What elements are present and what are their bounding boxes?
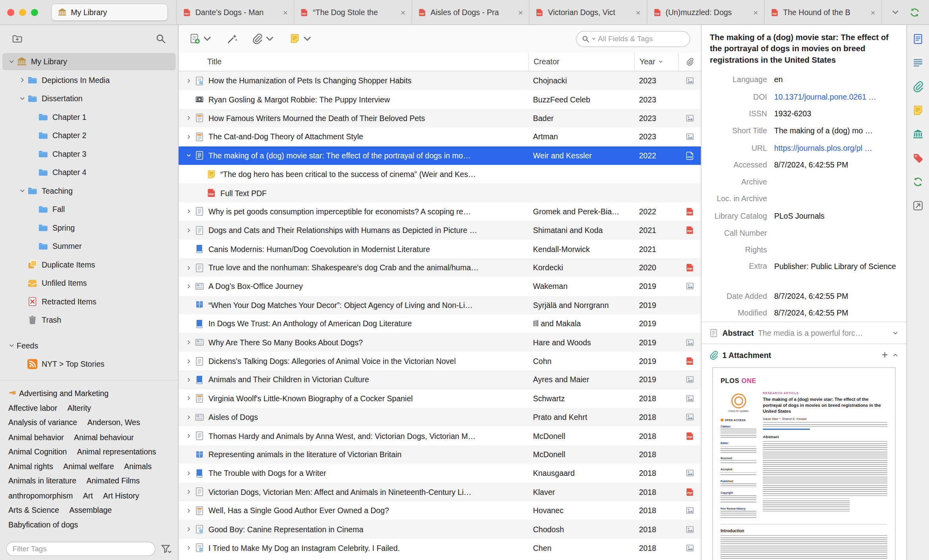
expand-twisty-icon[interactable] bbox=[183, 225, 194, 235]
field-library-catalog[interactable]: Library CatalogPLoS Journals bbox=[709, 207, 899, 224]
attachment-preview[interactable]: PLOS ONE Check for updates OPEN ACCESS C… bbox=[702, 366, 906, 560]
chevron-down-icon[interactable] bbox=[892, 330, 899, 337]
info-pane-tab[interactable] bbox=[912, 33, 924, 45]
field-value[interactable]: en bbox=[774, 75, 899, 84]
item-row[interactable]: How Famous Writers Mourned the Death of … bbox=[179, 109, 701, 127]
tag-advertising-and-marketing[interactable]: Advertising and Marketing bbox=[8, 387, 108, 401]
notes-pane-tab[interactable] bbox=[912, 105, 924, 116]
collection-duplicate-items[interactable]: Duplicate Items bbox=[0, 256, 178, 274]
tabs-menu-chevron-icon[interactable] bbox=[891, 8, 900, 17]
close-tab-icon[interactable]: × bbox=[871, 8, 875, 16]
tab-my-library[interactable]: My Library bbox=[51, 4, 168, 21]
item-row[interactable]: I Tried to Make My Dog an Instagram Cele… bbox=[179, 539, 701, 557]
add-by-identifier-button[interactable] bbox=[227, 33, 238, 44]
expand-twisty-icon[interactable] bbox=[183, 76, 194, 86]
tag-filter-options-icon[interactable] bbox=[160, 543, 172, 555]
close-tab-icon[interactable]: × bbox=[636, 8, 640, 16]
field-value[interactable]: The making of a (dog) mo … bbox=[774, 126, 899, 135]
field-value[interactable]: Publisher: Public Library of Science bbox=[774, 262, 899, 273]
expand-twisty-icon[interactable] bbox=[183, 394, 194, 403]
tag-anderson-wes[interactable]: Anderson, Wes bbox=[87, 416, 140, 430]
reader-tab-the-hound-of-the-b[interactable]: PDFThe Hound of the B× bbox=[764, 0, 882, 25]
expand-twisty-icon[interactable] bbox=[183, 132, 194, 142]
tag-assemblage[interactable]: Assemblage bbox=[69, 503, 112, 518]
item-row[interactable]: Dogs and Cats and Their Relationships wi… bbox=[179, 221, 701, 240]
related-pane-tab[interactable] bbox=[912, 176, 924, 188]
tag-animal-rights[interactable]: Animal rights bbox=[8, 459, 53, 474]
new-note-button[interactable] bbox=[289, 33, 313, 44]
collection-depictions-in-media[interactable]: Depictions In Media bbox=[0, 71, 178, 90]
expand-twisty-icon[interactable] bbox=[183, 263, 194, 272]
reader-tab-dante-s-dogs-man[interactable]: PDFDante’s Dogs - Man× bbox=[176, 0, 294, 25]
items-search-field[interactable] bbox=[576, 31, 690, 47]
tags-pane-tab[interactable] bbox=[912, 152, 924, 164]
tag-animal-behaviour[interactable]: Animal behaviour bbox=[74, 430, 134, 445]
collection-fall[interactable]: Fall bbox=[0, 200, 178, 219]
tag-alterity[interactable]: Alterity bbox=[67, 401, 91, 416]
expand-twisty-icon[interactable] bbox=[183, 338, 194, 347]
item-row[interactable]: A Dog’s Box-Office JourneyWakeman2019 bbox=[179, 277, 701, 296]
item-row[interactable]: Victorian Dogs, Victorian Men: Affect an… bbox=[179, 483, 701, 501]
add-attachment-button[interactable] bbox=[252, 33, 276, 44]
field-modified[interactable]: Modified8/7/2024, 6:42:55 PM bbox=[709, 304, 899, 321]
field-date-added[interactable]: Date Added8/7/2024, 6:42:55 PM bbox=[709, 288, 899, 305]
minimize-window-button[interactable] bbox=[19, 9, 26, 16]
item-row[interactable]: True love and the nonhuman: Shakespeare'… bbox=[179, 258, 701, 277]
collection-retracted-items[interactable]: Retracted Items bbox=[0, 293, 178, 311]
field-accessed[interactable]: Accessed8/7/2024, 6:42:55 PM bbox=[709, 156, 899, 173]
locate-pane-tab[interactable] bbox=[912, 200, 924, 212]
reader-tab-un-muzzled-dogs[interactable]: PDF(Un)muzzled: Dogs× bbox=[646, 0, 764, 25]
field-value[interactable]: 8/7/2024, 6:42:55 PM bbox=[774, 160, 899, 169]
field-doi[interactable]: DOI10.1371/journal.pone.0261 … bbox=[709, 88, 899, 105]
tag-animal-representations[interactable]: Animal representations bbox=[77, 445, 156, 460]
item-row[interactable]: Good Boy: Canine Representation in Cinem… bbox=[179, 520, 701, 539]
expand-twisty-icon[interactable] bbox=[183, 506, 194, 516]
expand-twisty-icon[interactable] bbox=[183, 356, 194, 366]
item-row[interactable]: Virginia Woolf's Little-Known Biography … bbox=[179, 389, 701, 408]
field-value[interactable]: https://journals.plos.org/pl … bbox=[774, 143, 899, 152]
items-search-input[interactable] bbox=[598, 35, 684, 43]
field-short-title[interactable]: Short TitleThe making of a (dog) mo … bbox=[709, 122, 899, 139]
tag-babyfication-of-dogs[interactable]: Babyfication of dogs bbox=[8, 518, 78, 532]
item-child-row[interactable]: “The dog hero has been critical to the s… bbox=[179, 165, 701, 183]
expand-twisty-icon[interactable] bbox=[183, 281, 194, 291]
item-row[interactable]: Well, Has a Single Good Author Ever Owne… bbox=[179, 501, 701, 520]
expand-twisty-icon[interactable] bbox=[183, 487, 194, 496]
attachments-section-header[interactable]: 1 Attachment + bbox=[702, 344, 906, 366]
collection-my-library[interactable]: My Library bbox=[0, 52, 178, 71]
tag-affective-labor[interactable]: Affective labor bbox=[8, 401, 57, 416]
item-child-row[interactable]: PDFFull Text PDF bbox=[179, 184, 701, 202]
field-value[interactable]: 1932-6203 bbox=[774, 109, 899, 118]
close-window-button[interactable] bbox=[7, 9, 14, 16]
close-tab-icon[interactable]: × bbox=[401, 8, 405, 16]
expand-twisty-icon[interactable] bbox=[183, 412, 194, 422]
item-row[interactable]: The Trouble with Dogs for a WriterKnausg… bbox=[179, 464, 701, 483]
tag-animal-welfare[interactable]: Animal welfare bbox=[63, 459, 114, 474]
twisty-icon[interactable] bbox=[17, 186, 27, 196]
expand-twisty-icon[interactable] bbox=[183, 431, 194, 441]
item-row[interactable]: Ryan Gosling & Margot Robbie: The Puppy … bbox=[179, 90, 701, 109]
tag-animal-cognition[interactable]: Animal Cognition bbox=[8, 445, 67, 460]
expand-twisty-icon[interactable] bbox=[183, 468, 194, 478]
item-row[interactable]: How the Humanization of Pets Is Changing… bbox=[179, 71, 701, 90]
tag-art[interactable]: Art bbox=[83, 489, 93, 503]
field-loc-in-archive[interactable]: Loc. in Archive bbox=[709, 190, 899, 207]
item-row[interactable]: The Cat-and-Dog Theory of Attachment Sty… bbox=[179, 127, 701, 146]
collection-summer[interactable]: Summer bbox=[0, 237, 178, 256]
item-row[interactable]: Thomas Hardy and Animals by Anna West, a… bbox=[179, 427, 701, 445]
collection-nyt-top-stories[interactable]: NYT > Top Stories bbox=[0, 355, 178, 373]
sync-icon[interactable] bbox=[910, 7, 920, 17]
item-row[interactable]: Dickens's Talking Dogs: Allegories of An… bbox=[179, 352, 701, 370]
tag-arts-science[interactable]: Arts & Science bbox=[8, 503, 59, 518]
collection-chapter-4[interactable]: Chapter 4 bbox=[0, 163, 178, 182]
field-value[interactable]: 8/7/2024, 6:42:55 PM bbox=[774, 309, 899, 318]
abstract-pane-tab[interactable] bbox=[912, 57, 924, 69]
item-row[interactable]: In Dogs We Trust: An Anthology of Americ… bbox=[179, 314, 701, 333]
close-tab-icon[interactable]: × bbox=[518, 8, 523, 16]
expand-twisty-icon[interactable] bbox=[183, 375, 194, 385]
collection-teaching[interactable]: Teaching bbox=[0, 182, 178, 200]
collection-chapter-2[interactable]: Chapter 2 bbox=[0, 126, 178, 145]
twisty-icon[interactable] bbox=[6, 341, 17, 350]
abstract-section-header[interactable]: Abstract The media is a powerful forc… bbox=[702, 321, 906, 344]
tag-filter-input[interactable] bbox=[6, 542, 156, 556]
